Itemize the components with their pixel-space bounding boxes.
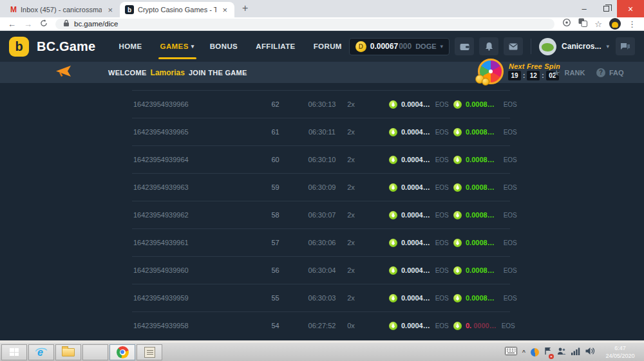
header-right: D 0.00067 000 DOGE ▾ Canicros... ▾ bbox=[349, 37, 635, 55]
currency-label: EOS bbox=[504, 295, 517, 302]
eos-coin-icon bbox=[389, 266, 397, 275]
coin-icon bbox=[482, 78, 489, 86]
wallet-button[interactable] bbox=[455, 37, 474, 55]
window-close-button[interactable]: × bbox=[617, 0, 644, 17]
balance-selector[interactable]: D 0.00067 000 DOGE ▾ bbox=[349, 38, 450, 55]
internet-explorer-icon: e bbox=[35, 346, 48, 358]
profit-amount: 0.0008… EOS bbox=[453, 156, 517, 164]
target-icon[interactable] bbox=[562, 18, 571, 30]
browser-profile-avatar[interactable] bbox=[609, 18, 621, 30]
roll-result: 54 bbox=[248, 322, 303, 329]
bet-row[interactable]: 16423954939958 54 06:27:52 0x 0.0004… EO… bbox=[132, 311, 510, 339]
nav-item[interactable]: AFFILIATE bbox=[256, 42, 298, 50]
currency-label: EOS bbox=[504, 212, 517, 219]
bet-row[interactable]: 16423954939964 60 06:30:10 2x 0.0004… EO… bbox=[132, 145, 510, 173]
bet-row[interactable]: 16423954939961 57 06:30:06 2x 0.0004… EO… bbox=[132, 228, 510, 256]
back-icon[interactable]: ← bbox=[8, 20, 16, 28]
taskbar: e ^ × 6:47 24/05/2020 bbox=[0, 343, 644, 361]
network-signal-icon[interactable] bbox=[571, 346, 580, 358]
nav-item[interactable]: GAMES▾ bbox=[160, 42, 194, 50]
faq-button[interactable]: ? FAQ bbox=[596, 62, 624, 83]
bet-history-table: 16423954939966 62 06:30:13 2x 0.0004… EO… bbox=[132, 90, 510, 339]
notes-icon bbox=[144, 347, 155, 358]
tab-close-icon[interactable]: × bbox=[220, 5, 229, 15]
people-icon[interactable] bbox=[557, 346, 566, 358]
user-avatar[interactable] bbox=[539, 38, 556, 55]
bet-time: 06:30:07 bbox=[303, 211, 341, 219]
username[interactable]: Canicros... bbox=[562, 42, 601, 51]
bet-row[interactable]: 16423954939965 61 06:30:11 2x 0.0004… EO… bbox=[132, 118, 510, 145]
url-field[interactable]: bc.game/dice bbox=[55, 19, 554, 30]
bet-id: 16423954939958 bbox=[132, 322, 248, 329]
eos-coin-icon bbox=[389, 128, 397, 136]
bet-row[interactable]: 16423954939963 59 06:30:09 2x 0.0004… EO… bbox=[132, 173, 510, 201]
chat-button[interactable] bbox=[616, 37, 635, 55]
bet-amount: 0.0004… EOS bbox=[361, 183, 453, 192]
roll-result: 59 bbox=[248, 183, 303, 191]
welcomed-player-name: Lamorias bbox=[151, 68, 185, 77]
eos-coin-icon bbox=[453, 239, 462, 247]
bet-time: 06:30:11 bbox=[303, 128, 341, 136]
new-tab-button[interactable]: + bbox=[242, 3, 248, 14]
currency-label: EOS bbox=[504, 156, 517, 163]
tray-app-icon[interactable] bbox=[531, 348, 539, 356]
currency-label: EOS bbox=[435, 184, 449, 191]
eos-coin-icon bbox=[453, 128, 462, 136]
volume-icon[interactable] bbox=[585, 346, 595, 358]
window-minimize-button[interactable]: – bbox=[573, 0, 595, 17]
bet-row[interactable]: 16423954939962 58 06:30:07 2x 0.0004… EO… bbox=[132, 201, 510, 228]
eos-coin-icon bbox=[389, 239, 397, 247]
payout-multiplier: 2x bbox=[341, 156, 361, 163]
tab-bcgame[interactable]: b Crypto Casino Games - The 8 Be × bbox=[120, 2, 234, 17]
bet-amount: 0.0004… EOS bbox=[361, 100, 453, 109]
nav-item[interactable]: BONUS bbox=[210, 42, 241, 50]
translate-icon[interactable] bbox=[578, 18, 587, 30]
browser-menu-icon[interactable]: ⋮ bbox=[628, 20, 636, 28]
taskbar-empty-slot[interactable] bbox=[82, 344, 108, 360]
taskbar-file-explorer[interactable] bbox=[55, 344, 81, 360]
tab-gmail[interactable]: M Inbox (457) - canicrossmaxx@gm × bbox=[5, 2, 120, 17]
profit-amount: 0.0008… EOS bbox=[453, 266, 517, 275]
touch-keyboard-icon[interactable] bbox=[505, 346, 517, 358]
brand-title[interactable]: BC.Game bbox=[37, 39, 95, 54]
eos-coin-icon bbox=[453, 183, 462, 192]
tray-expand-icon[interactable]: ^ bbox=[522, 349, 526, 355]
messages-button[interactable] bbox=[504, 37, 523, 55]
notifications-button[interactable] bbox=[479, 37, 498, 55]
doge-coin-icon: D bbox=[355, 41, 366, 52]
payout-multiplier: 2x bbox=[341, 239, 361, 246]
taskbar-internet-explorer[interactable]: e bbox=[28, 344, 54, 360]
window-restore-button[interactable] bbox=[595, 0, 617, 17]
eos-coin-icon bbox=[453, 100, 462, 109]
chevron-down-icon[interactable]: ▾ bbox=[606, 43, 609, 50]
bookmark-star-icon[interactable]: ☆ bbox=[594, 20, 602, 28]
action-center-flag-icon[interactable]: × bbox=[544, 346, 552, 358]
tab-close-icon[interactable]: × bbox=[106, 5, 115, 15]
bet-amount: 0.0004… EOS bbox=[361, 156, 453, 164]
banner-left: WELCOME Lamorias JOIN THE GAME bbox=[54, 62, 247, 83]
balance-currency: DOGE bbox=[415, 42, 436, 50]
bet-amount: 0.0004… EOS bbox=[361, 322, 453, 330]
bet-id: 16423954939962 bbox=[132, 211, 248, 219]
taskbar-chrome[interactable] bbox=[109, 344, 135, 360]
folder-icon bbox=[62, 348, 75, 356]
payout-multiplier: 2x bbox=[341, 100, 361, 108]
forward-icon[interactable]: → bbox=[24, 20, 32, 28]
rank-button[interactable]: ★ RANK bbox=[553, 62, 585, 83]
currency-label: EOS bbox=[435, 239, 449, 246]
bet-row[interactable]: 16423954939959 55 06:30:03 2x 0.0004… EO… bbox=[132, 284, 510, 311]
bet-row[interactable]: 16423954939966 62 06:30:13 2x 0.0004… EO… bbox=[132, 90, 510, 118]
taskbar-notes-app[interactable] bbox=[137, 344, 162, 360]
reload-icon[interactable] bbox=[40, 19, 48, 28]
bet-row[interactable]: 16423954939960 56 06:30:04 2x 0.0004… EO… bbox=[132, 256, 510, 284]
bcgame-logo-icon[interactable]: b bbox=[9, 37, 29, 57]
welcome-label: WELCOME bbox=[108, 69, 147, 77]
nav-item[interactable]: HOME bbox=[118, 42, 144, 50]
eos-coin-icon bbox=[389, 211, 397, 219]
nav-item[interactable]: FORUM bbox=[314, 42, 345, 50]
free-spin-timer: 19 : 12 : 02 bbox=[508, 71, 559, 80]
taskbar-clock[interactable]: 6:47 24/05/2020 bbox=[600, 344, 640, 360]
lock-icon bbox=[63, 18, 70, 30]
chevron-down-icon: ▾ bbox=[191, 43, 194, 50]
start-button[interactable] bbox=[1, 344, 27, 360]
